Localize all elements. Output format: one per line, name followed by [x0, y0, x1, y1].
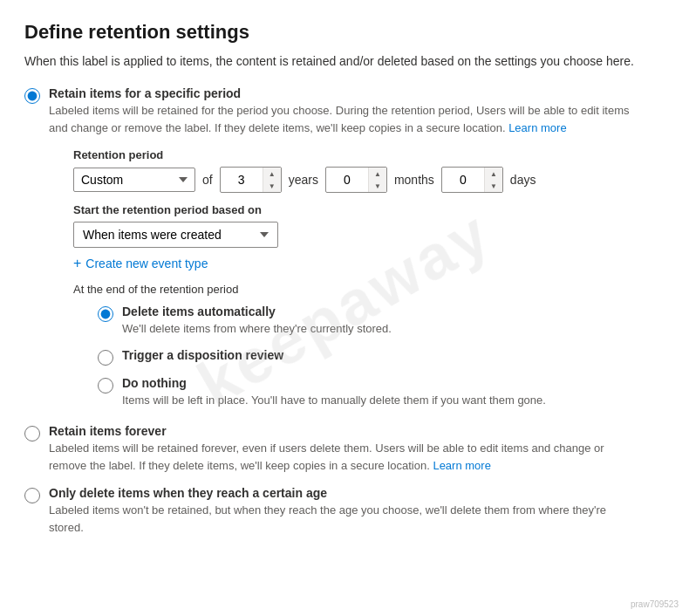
radio-disposition[interactable]	[98, 350, 113, 366]
plus-icon: +	[73, 257, 81, 270]
only-delete-label[interactable]: Only delete items when they reach a cert…	[49, 486, 642, 500]
retain-specific-desc: Labeled items will be retained for the p…	[49, 102, 642, 136]
retention-period-section: Retention period Custom 1 year 2 years 3…	[73, 148, 642, 408]
years-input[interactable]: 3	[221, 168, 263, 191]
radio-option-disposition[interactable]: Trigger a disposition review	[98, 348, 642, 366]
end-period-radio-group: Delete items automatically We'll delete …	[98, 305, 642, 408]
radio-option-delete-auto[interactable]: Delete items automatically We'll delete …	[98, 305, 642, 338]
retention-period-label: Retention period	[73, 148, 642, 161]
do-nothing-content: Do nothing Items will be left in place. …	[122, 376, 546, 409]
radio-delete-auto[interactable]	[98, 306, 113, 322]
days-down-arrow[interactable]: ▼	[485, 180, 502, 192]
only-delete-desc: Labeled items won't be retained, but whe…	[49, 502, 642, 536]
retain-specific-label[interactable]: Retain items for a specific period	[49, 86, 642, 100]
months-spinner[interactable]: 0 ▲ ▼	[325, 167, 387, 193]
page-title: Define retention settings	[24, 21, 665, 44]
page-description: When this label is applied to items, the…	[24, 52, 665, 71]
retain-forever-label[interactable]: Retain items forever	[49, 424, 642, 438]
days-label: days	[510, 173, 536, 187]
only-delete-content: Only delete items when they reach a cert…	[49, 486, 642, 536]
do-nothing-label[interactable]: Do nothing	[122, 376, 546, 390]
days-up-arrow[interactable]: ▲	[485, 168, 502, 180]
days-spinner[interactable]: 0 ▲ ▼	[441, 167, 503, 193]
create-event-text: Create new event type	[85, 257, 208, 270]
do-nothing-desc: Items will be left in place. You'll have…	[122, 392, 546, 409]
months-down-arrow[interactable]: ▼	[369, 180, 386, 192]
start-period-label: Start the retention period based on	[73, 203, 642, 216]
radio-option-only-delete[interactable]: Only delete items when they reach a cert…	[24, 486, 665, 536]
radio-option-retain-forever[interactable]: Retain items forever Labeled items will …	[24, 424, 665, 474]
months-up-arrow[interactable]: ▲	[369, 168, 386, 180]
radio-only-delete[interactable]	[24, 488, 40, 503]
create-event-link[interactable]: + Create new event type	[73, 257, 642, 270]
disposition-content: Trigger a disposition review	[122, 348, 283, 364]
delete-auto-desc: We'll delete items from where they're cu…	[122, 320, 392, 338]
start-period-dropdown-wrap: When items were created When items were …	[73, 222, 278, 248]
months-arrows: ▲ ▼	[368, 168, 386, 192]
years-down-arrow[interactable]: ▼	[263, 180, 281, 192]
retention-period-dropdown[interactable]: Custom 1 year 2 years 3 years 5 years 7 …	[73, 168, 195, 192]
delete-auto-label[interactable]: Delete items automatically	[122, 305, 392, 318]
delete-auto-content: Delete items automatically We'll delete …	[122, 305, 392, 338]
years-label: years	[289, 173, 318, 187]
disposition-label[interactable]: Trigger a disposition review	[122, 348, 283, 362]
years-up-arrow[interactable]: ▲	[263, 168, 281, 180]
retain-forever-learn-more[interactable]: Learn more	[433, 459, 490, 472]
radio-retain-forever[interactable]	[24, 426, 40, 441]
radio-retain-specific[interactable]	[24, 88, 40, 104]
months-label: months	[394, 173, 434, 187]
years-arrows: ▲ ▼	[263, 168, 281, 192]
radio-do-nothing[interactable]	[98, 378, 113, 394]
start-period-dropdown[interactable]: When items were created When items were …	[73, 222, 278, 248]
radio-option-do-nothing[interactable]: Do nothing Items will be left in place. …	[98, 376, 642, 409]
main-radio-group: Retain items for a specific period Label…	[24, 86, 665, 536]
of-text: of	[202, 173, 213, 187]
retain-specific-learn-more[interactable]: Learn more	[508, 121, 566, 134]
days-input[interactable]: 0	[442, 168, 484, 191]
at-end-label: At the end of the retention period	[73, 283, 642, 296]
retain-forever-content: Retain items forever Labeled items will …	[49, 424, 642, 474]
retention-period-row: Custom 1 year 2 years 3 years 5 years 7 …	[73, 167, 642, 193]
days-arrows: ▲ ▼	[484, 168, 502, 192]
radio-option-retain-specific[interactable]: Retain items for a specific period Label…	[24, 86, 665, 412]
retain-specific-content: Retain items for a specific period Label…	[49, 86, 642, 412]
months-input[interactable]: 0	[326, 168, 368, 191]
years-spinner[interactable]: 3 ▲ ▼	[220, 167, 282, 193]
retain-forever-desc: Labeled items will be retained forever, …	[49, 440, 642, 474]
